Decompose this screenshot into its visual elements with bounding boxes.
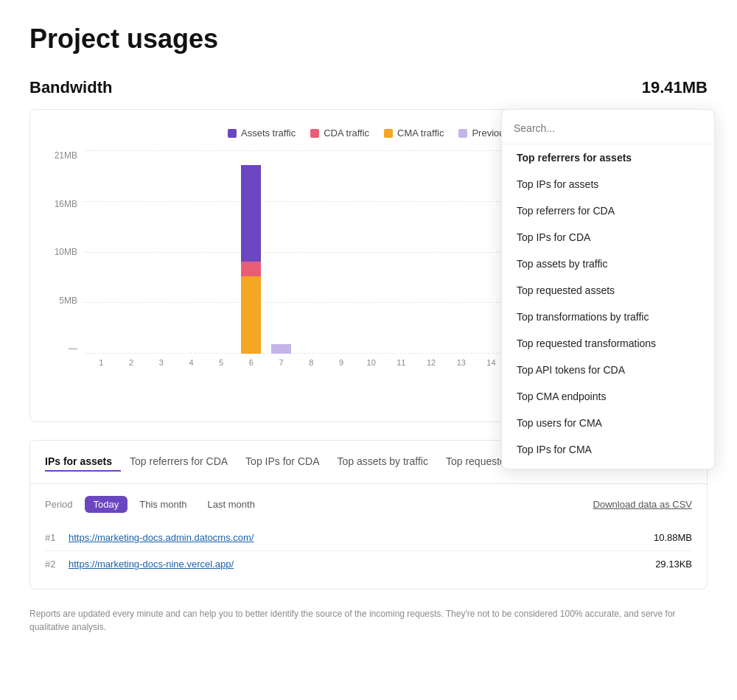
x-label: 10 [356, 358, 386, 367]
y-label: 16MB [48, 199, 77, 209]
table-row: #1 https://marketing-docs.admin.datocms.… [45, 525, 692, 550]
y-label: — [48, 343, 77, 354]
bar-group [206, 150, 235, 354]
row-url[interactable]: https://marketing-docs.admin.datocms.com… [69, 532, 654, 543]
x-label: 1 [86, 358, 116, 367]
bar-group [357, 150, 385, 354]
legend-item: CMA traffic [384, 127, 444, 139]
dropdown-search-container [502, 116, 714, 144]
bandwidth-total: 19.41MB [642, 78, 708, 97]
chart-y-labels: —5MB10MB16MB21MB [48, 150, 77, 371]
row-url[interactable]: https://marketing-docs-nine.vercel.app/ [69, 559, 655, 570]
footer-note: Reports are updated every minute and can… [29, 607, 708, 634]
x-label: 11 [386, 358, 416, 367]
tab-item-0[interactable]: IPs for assets [45, 452, 121, 472]
bar-group [116, 150, 145, 354]
period-btn-0[interactable]: Today [85, 496, 128, 513]
dropdown-item-7[interactable]: Top requested transformations [502, 330, 714, 357]
bar-group [176, 150, 205, 354]
download-csv-link[interactable]: Download data as CSV [593, 499, 692, 510]
dropdown-items-list: Top referrers for assetsTop IPs for asse… [502, 144, 714, 463]
x-label: 3 [146, 358, 176, 367]
bar-segment [241, 276, 261, 354]
legend-item: CDA traffic [310, 127, 369, 139]
bar-segment [241, 262, 261, 276]
legend-color [228, 129, 237, 138]
row-rank: #2 [45, 559, 69, 570]
dropdown-item-8[interactable]: Top API tokens for CDA [502, 357, 714, 383]
row-rank: #1 [45, 532, 69, 543]
period-buttons: TodayThis monthLast month [85, 496, 264, 513]
bandwidth-section-header: Bandwidth 19.41MB [29, 78, 708, 97]
data-rows-container: #1 https://marketing-docs.admin.datocms.… [45, 525, 692, 577]
bar-group [387, 150, 416, 354]
legend-label: CDA traffic [324, 127, 369, 139]
dropdown-item-6[interactable]: Top transformations by traffic [502, 304, 714, 330]
dropdown-item-3[interactable]: Top IPs for CDA [502, 224, 714, 251]
dropdown-overlay: Top referrers for assetsTop IPs for asse… [501, 109, 715, 469]
x-label: 8 [296, 358, 326, 367]
period-label: Period [45, 499, 73, 510]
dropdown-item-0[interactable]: Top referrers for assets [502, 144, 714, 171]
bar-group [297, 150, 326, 354]
bar-segment [241, 165, 261, 262]
period-btn-1[interactable]: This month [130, 496, 195, 513]
tab-item-3[interactable]: Top assets by traffic [328, 452, 436, 472]
legend-label: Assets traffic [241, 127, 296, 139]
x-label: 4 [176, 358, 206, 367]
bandwidth-title: Bandwidth [29, 78, 112, 97]
period-row: Period TodayThis monthLast month Downloa… [45, 496, 692, 513]
bar-group [237, 150, 265, 354]
dropdown-item-5[interactable]: Top requested assets [502, 277, 714, 304]
dropdown-item-4[interactable]: Top assets by traffic [502, 251, 714, 277]
legend-label: CMA traffic [397, 127, 444, 139]
bar-stack [271, 344, 291, 354]
x-label: 7 [266, 358, 296, 367]
dropdown-item-1[interactable]: Top IPs for assets [502, 171, 714, 197]
tabs-content: Period TodayThis monthLast month Downloa… [30, 484, 707, 589]
y-label: 21MB [48, 150, 77, 161]
x-label: 12 [416, 358, 447, 367]
bar-segment [271, 344, 291, 354]
x-label: 2 [116, 358, 147, 367]
page-title: Project usages [29, 24, 708, 55]
bar-group [326, 150, 355, 354]
x-label: 9 [326, 358, 357, 367]
legend-color [310, 129, 319, 138]
y-label: 10MB [48, 247, 77, 257]
x-label: 6 [237, 358, 267, 367]
row-value: 10.88MB [654, 532, 692, 543]
y-label: 5MB [48, 295, 77, 306]
dropdown-item-2[interactable]: Top referrers for CDA [502, 197, 714, 224]
bar-group [86, 150, 115, 354]
tab-item-1[interactable]: Top referrers for CDA [121, 452, 237, 472]
dropdown-item-10[interactable]: Top users for CMA [502, 410, 714, 436]
legend-item: Assets traffic [228, 127, 296, 139]
dropdown-item-11[interactable]: Top IPs for CMA [502, 436, 714, 463]
dropdown-item-9[interactable]: Top CMA endpoints [502, 383, 714, 410]
legend-color [458, 129, 467, 138]
row-value: 29.13KB [655, 559, 692, 570]
legend-color [384, 129, 393, 138]
period-btn-2[interactable]: Last month [199, 496, 264, 513]
bar-group [267, 150, 296, 354]
dropdown-search-input[interactable] [514, 122, 702, 134]
x-label: 5 [206, 358, 237, 367]
bar-stack [241, 165, 261, 354]
bar-group [417, 150, 446, 354]
bar-group [447, 150, 476, 354]
table-row: #2 https://marketing-docs-nine.vercel.ap… [45, 550, 692, 577]
bar-group [147, 150, 175, 354]
x-label: 13 [446, 358, 476, 367]
tab-item-2[interactable]: Top IPs for CDA [237, 452, 328, 472]
